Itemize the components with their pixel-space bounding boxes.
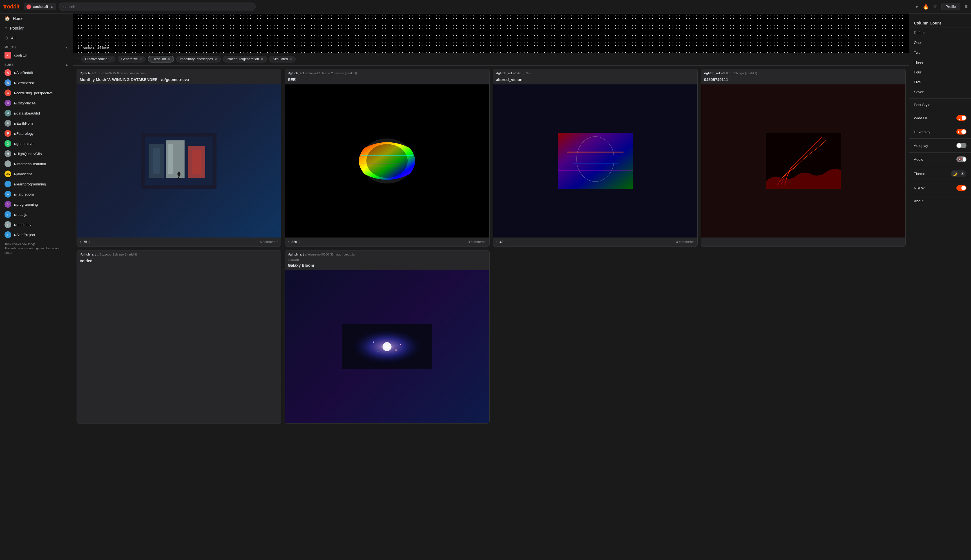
sub-label-earthporn: r/EarthPorn bbox=[14, 121, 33, 125]
sidebar-sub-dataisbeautiful[interactable]: d r/dataisbeautiful bbox=[0, 108, 73, 118]
autoplay-item[interactable]: Autoplay bbox=[909, 140, 971, 150]
subreddit-selector[interactable]: coolstuff ▲ bbox=[23, 3, 56, 10]
wide-ui-item[interactable]: Wide UI |◄ bbox=[909, 113, 971, 123]
filter-tag-simulated[interactable]: Simulated ✕ bbox=[269, 56, 295, 62]
sidebar-item-all-label: All bbox=[11, 36, 15, 40]
filter-remove-imaginarylandscapes[interactable]: ✕ bbox=[215, 57, 217, 61]
fire-icon[interactable]: 🔥 bbox=[923, 4, 929, 10]
theme-toggle[interactable]: 🌙 ☀ bbox=[951, 170, 966, 177]
filter-tag-proceduralgeneration[interactable]: Proceduralgeneration ✕ bbox=[223, 56, 267, 62]
sidebar-item-home[interactable]: 🏠 Home bbox=[0, 13, 73, 23]
filter-remove-proceduralgeneration[interactable]: ✕ bbox=[261, 57, 263, 61]
column-count-section: Column Count Default One Two Three Four … bbox=[909, 17, 971, 99]
post-card-1[interactable]: r/glitch_art u/BoxTar9215 6mo ago (imgur… bbox=[77, 69, 281, 247]
sidebar-sub-redditdev[interactable]: r r/redditdev bbox=[0, 220, 73, 230]
sidebar-sub-natureporn[interactable]: n r/natureporn bbox=[0, 189, 73, 199]
home-icon: 🏠 bbox=[5, 16, 10, 21]
filter-remove-creativecoding[interactable]: ✕ bbox=[109, 57, 112, 61]
hoverplay-toggle[interactable]: ▶ bbox=[956, 129, 966, 135]
profile-button[interactable]: Profile bbox=[941, 3, 960, 10]
theme-label: Theme bbox=[914, 172, 925, 176]
vote-area-1: ↑ 75 ↓ bbox=[80, 240, 91, 244]
multis-name: coolstuff bbox=[14, 53, 28, 57]
multis-avatar: c bbox=[5, 52, 11, 58]
sidebar-sub-generative[interactable]: G r/generative bbox=[0, 138, 73, 148]
theme-dark-btn[interactable]: 🌙 bbox=[951, 171, 958, 177]
search-input[interactable] bbox=[58, 3, 255, 11]
sidebar-item-all[interactable]: ⊙ All bbox=[0, 33, 73, 43]
sidebar-sub-earthporn[interactable]: E r/EarthPorn bbox=[0, 118, 73, 128]
post-card-5[interactable]: r/glitch_art u/Bozzooo 11h ago (i.redd.i… bbox=[77, 250, 281, 423]
about-item[interactable]: About bbox=[909, 197, 971, 205]
post-style-item[interactable]: Post Style bbox=[909, 100, 971, 109]
upvote-btn-1[interactable]: ↑ bbox=[80, 240, 82, 244]
post-card-6[interactable]: r/glitch_art u/leisurewolf9000 32h ago (… bbox=[285, 250, 489, 423]
sidebar-sub-reactjs[interactable]: r r/reactjs bbox=[0, 209, 73, 220]
wide-ui-toggle[interactable]: |◄ bbox=[956, 115, 966, 121]
sidebar-sub-futurology[interactable]: F r/Futurology bbox=[0, 128, 73, 138]
filter-remove-simulated[interactable]: ✕ bbox=[289, 57, 292, 61]
col-option-three[interactable]: Three bbox=[909, 57, 971, 67]
comments-3: 4 comments bbox=[676, 240, 694, 244]
hoverplay-item[interactable]: Hoverplay ▶ bbox=[909, 127, 971, 137]
sidebar-sub-confusing[interactable]: C r/confusing_perspective bbox=[0, 88, 73, 98]
post-meta-2: r/glitch_art u/Zloigad 13h ago 2 awards … bbox=[285, 69, 489, 76]
col-option-default[interactable]: Default bbox=[909, 28, 971, 38]
hoverplay-label: Hoverplay bbox=[914, 130, 931, 134]
post-user-3: u/h4zd_ bbox=[513, 72, 524, 75]
col-option-seven[interactable]: Seven bbox=[909, 87, 971, 97]
downvote-btn-3[interactable]: ↓ bbox=[505, 240, 507, 244]
downvote-btn-1[interactable]: ↓ bbox=[89, 240, 91, 244]
col-option-one[interactable]: One bbox=[909, 38, 971, 48]
svg-rect-18 bbox=[558, 133, 633, 189]
post-card-2[interactable]: r/glitch_art u/Zloigad 13h ago 2 awards … bbox=[285, 69, 489, 247]
sidebar-sub-programming[interactable]: } r/programming bbox=[0, 199, 73, 209]
upvote-btn-3[interactable]: ↑ bbox=[496, 240, 498, 244]
nsfw-toggle[interactable] bbox=[956, 185, 966, 191]
downvote-btn-2[interactable]: ↓ bbox=[299, 240, 301, 244]
sidebar-multis-coolstuff[interactable]: c coolstuff bbox=[0, 50, 73, 60]
sidebar-sub-cozyplaces[interactable]: C r/CozyPlaces bbox=[0, 98, 73, 108]
filter-tag-imaginarylandscapes[interactable]: ImaginaryLandscapes ✕ bbox=[176, 56, 221, 62]
nsfw-item[interactable]: NSFW bbox=[909, 183, 971, 193]
sidebar-sub-hqgifs[interactable]: H r/HighQualityGifs bbox=[0, 148, 73, 159]
audio-item[interactable]: Audio 🔇 bbox=[909, 154, 971, 164]
multis-collapse-icon[interactable]: ▲ bbox=[65, 46, 68, 49]
audio-toggle[interactable]: 🔇 bbox=[956, 157, 966, 162]
subs-collapse-icon[interactable]: ▲ bbox=[65, 63, 68, 67]
autoplay-toggle[interactable] bbox=[956, 143, 966, 148]
post-meta-5: r/glitch_art u/Bozzooo 11h ago (i.redd.i… bbox=[77, 250, 281, 257]
post-card-4[interactable]: r/glitch_art u/11korp 3h ago (i.redd.it)… bbox=[701, 69, 906, 247]
sidebar-item-popular[interactable]: ○ Popular bbox=[0, 23, 73, 33]
filter-remove-generative[interactable]: ✕ bbox=[139, 57, 142, 61]
sidebar-sub-askreddit[interactable]: A r/AskReddit bbox=[0, 68, 73, 78]
upvote-btn-2[interactable]: ↑ bbox=[288, 240, 290, 244]
autoplay-slider bbox=[956, 143, 966, 148]
post-user-5: u/Bozzooo bbox=[97, 253, 112, 256]
filter-label-simulated: Simulated bbox=[273, 57, 288, 61]
popular-icon: ○ bbox=[5, 26, 7, 31]
col-option-two[interactable]: Two bbox=[909, 48, 971, 57]
filter-icon[interactable]: ⧖ bbox=[933, 4, 937, 10]
sidebar-sub-javascript[interactable]: JS r/javascript bbox=[0, 169, 73, 179]
sidebar-sub-sideproject[interactable]: r r/SideProject bbox=[0, 230, 73, 240]
dropdown-icon[interactable]: ▾ bbox=[916, 4, 918, 10]
theme-light-btn[interactable]: ☀ bbox=[959, 171, 966, 177]
filter-remove-glitch-art[interactable]: ✕ bbox=[168, 57, 170, 61]
post-time-6: 32h ago bbox=[330, 253, 342, 256]
col-option-five[interactable]: Five bbox=[909, 77, 971, 87]
banner-members: 3 members bbox=[78, 46, 95, 50]
filter-tag-glitch-art[interactable]: Glitch_art ✕ bbox=[148, 56, 174, 62]
sidebar-sub-beamazed[interactable]: B r/BeAmazed bbox=[0, 78, 73, 88]
filter-collapse-icon[interactable]: ‹ bbox=[78, 57, 79, 62]
menu-icon[interactable]: ≡ bbox=[964, 4, 968, 10]
post-card-3[interactable]: r/glitch_art u/h4zd_ 7h a altered_vision bbox=[493, 69, 697, 247]
sub-label-cozyplaces: r/CozyPlaces bbox=[14, 101, 36, 105]
filter-tag-creativecoding[interactable]: Creativecoding ✕ bbox=[81, 56, 115, 62]
sidebar-sub-learnprogramming[interactable]: l r/learnprogramming bbox=[0, 179, 73, 189]
sidebar-sub-iib[interactable]: i r/InternetIsBeautiful bbox=[0, 159, 73, 169]
filter-tag-generative[interactable]: Generative ✕ bbox=[118, 56, 146, 62]
audio-toggle-text: 🔇 bbox=[957, 157, 963, 161]
post-title-6: Galaxy Bloom bbox=[285, 262, 489, 270]
col-option-four[interactable]: Four bbox=[909, 67, 971, 77]
